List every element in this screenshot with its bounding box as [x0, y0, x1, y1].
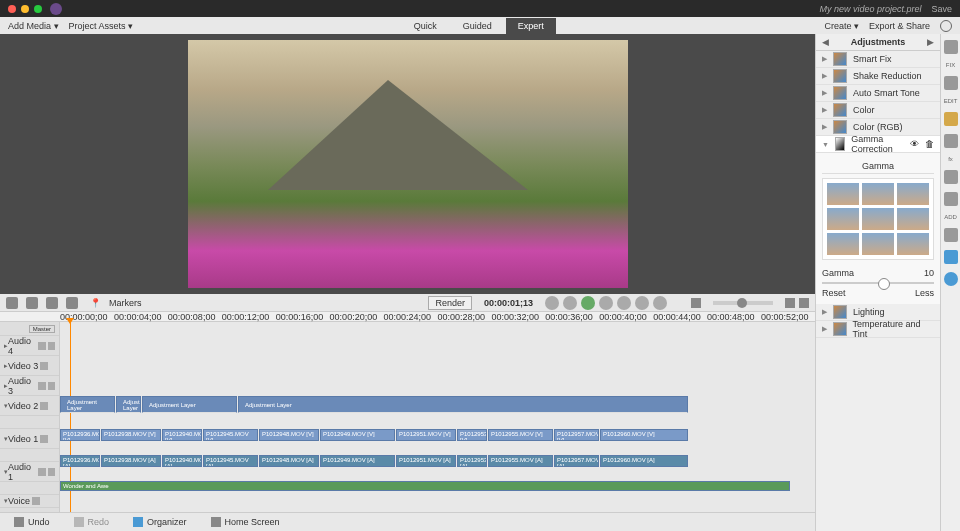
- track-header-voice[interactable]: ▾ Voice: [0, 495, 59, 508]
- export-share[interactable]: Export & Share: [869, 21, 930, 31]
- min-window[interactable]: [21, 5, 29, 13]
- undo-button[interactable]: Undo: [8, 515, 56, 529]
- preset-thumb[interactable]: [862, 183, 894, 205]
- render-button[interactable]: Render: [428, 296, 472, 310]
- clip-video[interactable]: P1012955.MOV [V]: [488, 429, 553, 441]
- sidebar-graphics-icon[interactable]: [944, 228, 958, 242]
- save-link[interactable]: Save: [931, 4, 952, 14]
- track-header-video3[interactable]: ▸ Video 3: [0, 356, 59, 376]
- create-menu[interactable]: Create ▾: [824, 21, 859, 31]
- clip-video[interactable]: P1012948.MOV [V]: [259, 429, 319, 441]
- fullscreen-icon[interactable]: [653, 296, 667, 310]
- step-back-icon[interactable]: [563, 296, 577, 310]
- adj-temperature[interactable]: ▶Temperature and Tint: [816, 321, 940, 338]
- close-window[interactable]: [8, 5, 16, 13]
- step-fwd-icon[interactable]: [599, 296, 613, 310]
- clip-video[interactable]: P1012960.MOV [V]: [600, 429, 688, 441]
- redo-button[interactable]: Redo: [68, 515, 116, 529]
- clip-video[interactable]: P1012951.MOV [V]: [396, 429, 456, 441]
- clip-video[interactable]: P1012957.MOV [V]: [554, 429, 599, 441]
- tool-track-select[interactable]: [26, 297, 38, 309]
- gamma-slider[interactable]: [822, 282, 934, 284]
- track-header-audio3[interactable]: ▸ Audio 3: [0, 376, 59, 396]
- sidebar-more-icon[interactable]: [944, 272, 958, 286]
- clip-video[interactable]: P1012949.MOV [V]: [320, 429, 395, 441]
- add-media-menu[interactable]: Add Media ▾: [8, 21, 59, 31]
- zoom-slider[interactable]: [713, 301, 773, 305]
- track-header-audio1[interactable]: ▾ Audio 1: [0, 462, 59, 482]
- adj-smart-fix[interactable]: ▶Smart Fix: [816, 51, 940, 68]
- adj-gamma[interactable]: ▼Gamma Correction👁🗑: [816, 136, 940, 153]
- preset-thumb[interactable]: [827, 233, 859, 255]
- clip-audio[interactable]: P1012936.MOV [A]: [60, 455, 100, 467]
- preset-thumb[interactable]: [827, 183, 859, 205]
- sidebar-edit-icon[interactable]: [944, 76, 958, 90]
- less-link[interactable]: Less: [915, 288, 934, 298]
- panel-fwd-arrow[interactable]: ▶: [927, 37, 934, 47]
- goto-end-icon[interactable]: [617, 296, 631, 310]
- clip-audio[interactable]: P1012955.MOV [A]: [488, 455, 553, 467]
- preset-thumb[interactable]: [897, 233, 929, 255]
- clip-video[interactable]: P1012953.MOV [V]: [457, 429, 487, 441]
- goto-start-icon[interactable]: [545, 296, 559, 310]
- clip-audio[interactable]: P1012948.MOV [A]: [259, 455, 319, 467]
- master-badge[interactable]: Master: [29, 325, 55, 333]
- sidebar-fix-icon[interactable]: [944, 40, 958, 54]
- help-icon[interactable]: [799, 298, 809, 308]
- clip-video[interactable]: P1012940.MOV [V]: [162, 429, 202, 441]
- track-header-video2[interactable]: ▾ Video 2: [0, 396, 59, 416]
- preset-thumb[interactable]: [897, 208, 929, 230]
- panel-back-arrow[interactable]: ◀: [822, 37, 829, 47]
- sidebar-fx2-icon[interactable]: [944, 134, 958, 148]
- reset-link[interactable]: Reset: [822, 288, 846, 298]
- sidebar-fx-icon[interactable]: [944, 112, 958, 126]
- tab-guided[interactable]: Guided: [451, 18, 504, 34]
- adj-color[interactable]: ▶Color: [816, 102, 940, 119]
- clip-music[interactable]: Wonder and Awe: [60, 481, 790, 491]
- tab-expert[interactable]: Expert: [506, 18, 556, 34]
- timeline-content[interactable]: Adjustment Layer Adjustment Layer Adjust…: [60, 322, 815, 512]
- clip-audio[interactable]: P1012949.MOV [A]: [320, 455, 395, 467]
- home-screen-button[interactable]: Home Screen: [205, 515, 286, 529]
- clip-adjustment[interactable]: Adjustment Layer: [60, 396, 115, 413]
- adj-shake-reduction[interactable]: ▶Shake Reduction: [816, 68, 940, 85]
- tool-delete[interactable]: [66, 297, 78, 309]
- clip-video[interactable]: P1012936.MOV [V]: [60, 429, 100, 441]
- clip-adjustment[interactable]: Adjustment Layer: [142, 396, 237, 413]
- play-icon[interactable]: [581, 296, 595, 310]
- clip-audio[interactable]: P1012951.MOV [A]: [396, 455, 456, 467]
- adj-auto-smart-tone[interactable]: ▶Auto Smart Tone: [816, 85, 940, 102]
- organizer-button[interactable]: Organizer: [127, 515, 193, 529]
- preset-thumb[interactable]: [827, 208, 859, 230]
- preset-thumb[interactable]: [897, 183, 929, 205]
- track-header-video1[interactable]: ▾ Video 1: [0, 429, 59, 449]
- clip-audio[interactable]: P1012940.MOV [A]: [162, 455, 202, 467]
- clip-adjustment[interactable]: Adjustment Layer: [116, 396, 141, 413]
- clip-adjustment[interactable]: Adjustment Layer: [238, 396, 688, 413]
- sidebar-transitions-icon[interactable]: [944, 192, 958, 206]
- tools-icon[interactable]: [691, 298, 701, 308]
- max-window[interactable]: [34, 5, 42, 13]
- clip-audio[interactable]: P1012957.MOV [A]: [554, 455, 599, 467]
- track-header-audio4[interactable]: ▸ Audio 4: [0, 336, 59, 356]
- trash-icon[interactable]: 🗑: [925, 139, 934, 149]
- timeline-ruler[interactable]: 00:00:00;00 00:00:04;00 00:00:08;00 00:0…: [0, 312, 815, 322]
- tab-quick[interactable]: Quick: [402, 18, 449, 34]
- clip-audio[interactable]: P1012960.MOV [A]: [600, 455, 688, 467]
- markers-label[interactable]: Markers: [109, 298, 142, 308]
- tool-razor[interactable]: [46, 297, 58, 309]
- tool-selection[interactable]: [6, 297, 18, 309]
- gear-icon[interactable]: [940, 20, 952, 32]
- loop-icon[interactable]: [635, 296, 649, 310]
- clip-audio[interactable]: P1012938.MOV [A]: [101, 455, 161, 467]
- preset-thumb[interactable]: [862, 233, 894, 255]
- snap-icon[interactable]: [785, 298, 795, 308]
- clip-video[interactable]: P1012938.MOV [V]: [101, 429, 161, 441]
- preset-thumb[interactable]: [862, 208, 894, 230]
- sidebar-titles-icon[interactable]: [944, 170, 958, 184]
- clip-video[interactable]: P1012945.MOV [V]: [203, 429, 258, 441]
- project-assets-menu[interactable]: Project Assets ▾: [69, 21, 134, 31]
- sidebar-music-icon[interactable]: [944, 250, 958, 264]
- clip-audio[interactable]: P1012945.MOV [A]: [203, 455, 258, 467]
- clip-audio[interactable]: P1012953.MOV [A]: [457, 455, 487, 467]
